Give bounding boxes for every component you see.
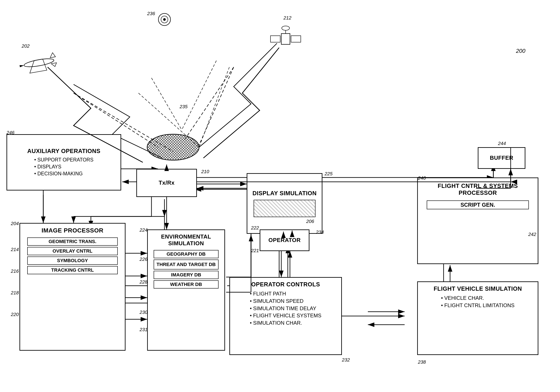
svg-rect-37	[281, 34, 290, 44]
ref-244: 244	[498, 141, 506, 146]
camera-icon	[156, 11, 173, 28]
svg-marker-35	[51, 63, 57, 67]
ref-216: 216	[11, 268, 19, 274]
svg-rect-39	[291, 36, 301, 42]
operator-box: OPERATOR	[260, 230, 310, 251]
svg-point-41	[282, 26, 290, 30]
imagery-db-box: IMAGERY DB	[154, 271, 219, 279]
script-gen-box: SCRIPT GEN.	[427, 201, 529, 209]
ref-200: 200	[516, 48, 525, 54]
svg-point-45	[163, 18, 166, 21]
svg-point-46	[147, 134, 199, 160]
ref-246: 246	[7, 130, 14, 135]
ref-210: 210	[201, 169, 209, 174]
diagram-container: 200 202 212	[0, 0, 560, 392]
weather-db-box: WEATHER DB	[154, 280, 219, 289]
svg-marker-36	[20, 64, 24, 67]
ref-232: 232	[342, 357, 350, 363]
ref-230: 230	[140, 310, 148, 315]
ref-204: 204	[11, 221, 19, 226]
txrx-box: Tx/Rx	[136, 169, 197, 197]
ref-224: 224	[140, 227, 148, 233]
svg-marker-34	[49, 52, 55, 58]
ref-238: 238	[418, 359, 426, 365]
operator-controls-box: OPERATOR CONTROLS • FLIGHT PATH • SIMULA…	[229, 277, 342, 355]
satellite-icon	[260, 17, 303, 60]
image-processor-box: IMAGE PROCESSOR GEOMETRIC TRANS. OVERLAY…	[20, 223, 126, 351]
ref-234: 234	[316, 230, 324, 235]
ref-220: 220	[11, 312, 19, 317]
ref-214: 214	[11, 247, 19, 252]
ref-226: 226	[140, 257, 148, 262]
ref-222: 222	[251, 225, 259, 231]
ref-228: 228	[140, 279, 148, 285]
ref-235: 235	[180, 104, 188, 110]
flight-cntrl-box: FLIGHT CNTRL & SYSTEMS PROCESSOR SCRIPT …	[417, 178, 538, 264]
ref-206: 206	[306, 219, 314, 224]
aircraft-icon	[17, 50, 60, 76]
svg-point-32	[24, 57, 55, 68]
ref-236: 236	[147, 11, 155, 16]
display-sim-box: DISPLAY SIMULATION	[247, 173, 322, 234]
ref-240: 240	[418, 175, 426, 181]
target-area	[141, 121, 206, 164]
env-sim-box: ENVIRONMENTAL SIMULATION GEOGRAPHY DB TH…	[147, 230, 225, 351]
ref-225: 225	[325, 171, 333, 177]
ref-231: 231	[140, 327, 148, 332]
overlay-cntrl-box: OVERLAY CNTRL	[27, 247, 118, 255]
threat-target-box: THREAT AND TARGET DB	[154, 260, 219, 270]
tracking-cntrl-box: TRACKING CNTRL	[27, 266, 118, 274]
aux-ops-box: AUXILIARY OPERATIONS • SUPPORT OPERATORS…	[7, 134, 121, 191]
svg-line-5	[182, 60, 216, 130]
ref-202: 202	[22, 43, 30, 49]
ref-218: 218	[11, 290, 19, 296]
ref-242: 242	[528, 231, 536, 237]
flight-vehicle-sim-box: FLIGHT VEHICLE SIMULATION • VEHICLE CHAR…	[417, 281, 538, 355]
buffer-box: BUFFER	[478, 147, 525, 169]
geo-db-box: GEOGRAPHY DB	[154, 250, 219, 258]
geometric-trans-box: GEOMETRIC TRANS.	[27, 237, 118, 246]
ref-221: 221	[251, 248, 259, 253]
symbology-box: SYMBOLOGY	[27, 257, 118, 265]
svg-rect-38	[270, 36, 280, 42]
